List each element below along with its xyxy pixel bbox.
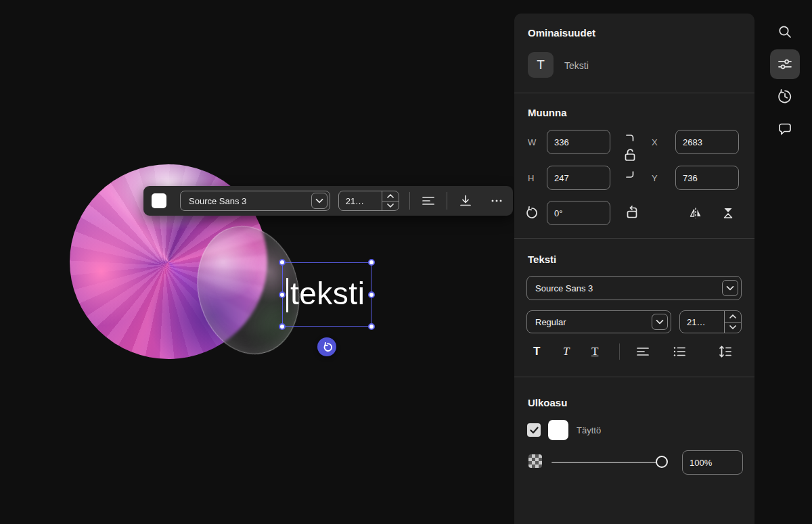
list-button[interactable] bbox=[671, 343, 687, 360]
opacity-slider-track[interactable] bbox=[551, 462, 667, 463]
italic-button[interactable]: T bbox=[563, 345, 569, 358]
height-input[interactable]: 247 bbox=[547, 166, 610, 190]
properties-panel: Ominaisuudet T Teksti Muunna W 336 X 268… bbox=[514, 14, 754, 524]
search-icon bbox=[777, 24, 793, 40]
font-size-control[interactable]: 21… bbox=[338, 191, 399, 211]
history-button[interactable] bbox=[770, 82, 800, 112]
panel-font-family-value: Source Sans 3 bbox=[535, 283, 593, 293]
link-corner-bottom-icon bbox=[625, 170, 635, 181]
section-divider bbox=[514, 238, 754, 239]
font-family-value: Source Sans 3 bbox=[189, 196, 246, 206]
rotate-icon bbox=[322, 342, 332, 352]
fill-checkbox[interactable] bbox=[527, 423, 541, 437]
rotate-90-button[interactable] bbox=[624, 204, 641, 221]
underline-button[interactable]: T bbox=[591, 345, 598, 358]
section-divider bbox=[514, 377, 754, 377]
toolbar-divider bbox=[409, 192, 410, 210]
appearance-heading: Ulkoasu bbox=[528, 397, 567, 408]
checkmark-icon bbox=[530, 427, 539, 434]
y-input[interactable]: 736 bbox=[675, 166, 739, 190]
font-style-select[interactable]: Regular bbox=[526, 310, 671, 333]
sliders-icon bbox=[777, 56, 793, 72]
font-size-value: 21… bbox=[346, 196, 364, 206]
download-button[interactable] bbox=[457, 193, 474, 209]
font-family-select[interactable]: Source Sans 3 bbox=[180, 191, 330, 211]
selection-handle-mid-left[interactable] bbox=[279, 291, 286, 298]
chevron-down-icon bbox=[722, 280, 738, 296]
chevron-down-icon bbox=[311, 193, 328, 209]
rotate-ccw-icon bbox=[524, 206, 539, 220]
panel-title: Ominaisuudet bbox=[528, 27, 595, 39]
chevron-down-icon bbox=[652, 314, 668, 330]
selection-handle-top-left[interactable] bbox=[279, 259, 286, 266]
section-divider bbox=[514, 93, 754, 93]
stepper-down-icon[interactable] bbox=[382, 201, 399, 211]
text-align-button[interactable] bbox=[635, 343, 651, 360]
y-label: Y bbox=[652, 173, 658, 183]
app-root: Source Sans 3 21… bbox=[0, 0, 812, 524]
align-lines-icon bbox=[420, 193, 436, 209]
selection-handle-bottom-right[interactable] bbox=[368, 323, 375, 330]
opacity-checker-icon bbox=[528, 454, 542, 468]
selection-handle-bottom-left[interactable] bbox=[279, 323, 286, 330]
history-icon bbox=[777, 89, 793, 105]
font-style-value: Regular bbox=[535, 317, 566, 327]
properties-button[interactable] bbox=[770, 49, 800, 79]
panel-font-size-stepper[interactable] bbox=[724, 311, 741, 333]
font-size-stepper[interactable] bbox=[382, 191, 399, 210]
selection-handle-top-right[interactable] bbox=[368, 259, 375, 266]
stepper-up-icon[interactable] bbox=[725, 311, 741, 323]
bullet-list-icon bbox=[671, 343, 687, 360]
line-spacing-icon bbox=[717, 343, 734, 360]
object-type-label: Teksti bbox=[564, 60, 589, 71]
text-heading: Teksti bbox=[528, 254, 556, 265]
width-label: W bbox=[528, 137, 536, 147]
text-glyph: T bbox=[537, 57, 545, 72]
align-lines-icon bbox=[635, 343, 651, 360]
flip-horizontal-button[interactable] bbox=[687, 204, 704, 222]
more-options-button[interactable] bbox=[489, 193, 505, 209]
rotation-input[interactable]: 0° bbox=[547, 201, 610, 225]
ellipsis-icon bbox=[489, 193, 505, 209]
comments-button[interactable] bbox=[770, 114, 800, 144]
x-input[interactable]: 2683 bbox=[675, 130, 739, 154]
flip-horizontal-icon bbox=[687, 205, 704, 221]
flip-vertical-button[interactable] bbox=[719, 204, 737, 222]
download-icon bbox=[457, 193, 474, 209]
opacity-input[interactable]: 100% bbox=[682, 450, 743, 475]
transform-heading: Muunna bbox=[528, 107, 567, 118]
width-input[interactable]: 336 bbox=[547, 130, 610, 154]
link-corner-top-icon bbox=[625, 134, 635, 144]
text-caret bbox=[286, 278, 288, 312]
opacity-slider-knob[interactable] bbox=[656, 456, 668, 468]
panel-font-family-select[interactable]: Source Sans 3 bbox=[526, 276, 742, 300]
height-label: H bbox=[528, 173, 534, 183]
constrain-proportions-button[interactable] bbox=[623, 147, 637, 163]
selection-handle-mid-right[interactable] bbox=[368, 291, 375, 298]
line-spacing-button[interactable] bbox=[717, 343, 734, 360]
fill-color-swatch[interactable] bbox=[548, 420, 568, 440]
rotate-button[interactable] bbox=[523, 204, 541, 222]
panel-font-size-value: 21… bbox=[687, 317, 705, 327]
icon-row-divider bbox=[619, 343, 620, 360]
fill-label: Täyttö bbox=[577, 425, 601, 435]
lock-open-icon bbox=[623, 147, 637, 162]
rotate-90-icon bbox=[625, 204, 641, 220]
stepper-down-icon[interactable] bbox=[725, 323, 741, 333]
bold-button[interactable]: T bbox=[533, 345, 540, 358]
canvas-text[interactable]: teksti bbox=[290, 275, 365, 314]
stepper-up-icon[interactable] bbox=[382, 191, 399, 201]
text-context-toolbar: Source Sans 3 21… bbox=[143, 186, 513, 216]
search-button[interactable] bbox=[770, 17, 800, 47]
x-label: X bbox=[652, 137, 658, 147]
chat-bubble-icon bbox=[777, 121, 793, 137]
flip-vertical-icon bbox=[720, 205, 736, 221]
text-align-button[interactable] bbox=[420, 193, 436, 209]
text-object-icon: T bbox=[528, 52, 554, 78]
text-fill-swatch[interactable] bbox=[152, 193, 166, 208]
panel-font-size-control[interactable]: 21… bbox=[679, 310, 742, 333]
rotate-handle[interactable] bbox=[317, 337, 336, 356]
toolbar-divider bbox=[447, 192, 447, 210]
